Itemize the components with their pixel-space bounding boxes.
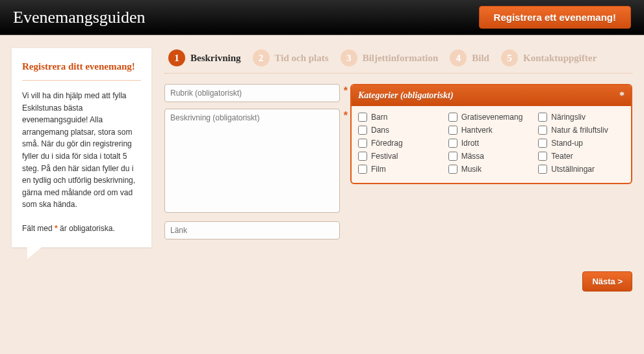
category-label: Festival [371,152,398,161]
wizard-step-2[interactable]: 2Tid och plats [249,48,333,68]
step-number: 4 [450,49,467,66]
note-prefix: Fält med [22,224,55,233]
categories-body: BarnDansFöredragFestivalFilmGratisevenem… [352,106,631,183]
category-checkbox[interactable] [358,152,367,161]
step-label: Beskrivning [190,53,241,64]
category-checkbox[interactable] [538,165,547,174]
category-label: Föredrag [371,139,403,148]
next-button[interactable]: Nästa > [582,271,632,292]
category-label: Natur & friluftsliv [551,126,608,135]
category-checkbox[interactable] [448,126,457,135]
category-item[interactable]: Dans [358,126,444,135]
category-item[interactable]: Barn [358,113,444,122]
category-checkbox[interactable] [358,165,367,174]
required-star-icon: * [619,90,625,102]
category-item[interactable]: Idrott [448,139,535,148]
category-item[interactable]: Natur & friluftsliv [538,126,625,135]
step-number: 2 [253,49,270,66]
category-checkbox[interactable] [448,152,457,161]
category-label: Dans [371,126,389,135]
step-number: 1 [168,49,185,66]
category-checkbox[interactable] [448,139,457,148]
header: Evenemangsguiden Registrera ett eveneman… [0,0,644,35]
category-label: Mässa [461,152,484,161]
category-item[interactable]: Näringsliv [538,113,625,122]
category-label: Gratisevenemang [461,113,523,122]
category-label: Stand-up [551,139,583,148]
category-checkbox[interactable] [358,126,367,135]
wizard-steps: 1Beskrivning2Tid och plats3Biljettinform… [164,48,632,74]
categories-panel: Kategorier (obligatoriskt) * BarnDansFör… [350,84,632,184]
wizard-step-3[interactable]: 3Biljettinformation [337,48,443,68]
step-number: 5 [501,49,518,66]
sidebar-title: Registrera ditt evenemang! [22,60,141,81]
category-item[interactable]: Föredrag [358,139,444,148]
category-label: Hantverk [461,126,493,135]
category-checkbox[interactable] [538,139,547,148]
sidebar-body-text: Vi vill ha din hjälp med att fylla Eskil… [22,90,141,211]
category-checkbox[interactable] [358,139,367,148]
category-item[interactable]: Mässa [448,152,535,161]
category-checkbox[interactable] [538,152,547,161]
wizard-step-5[interactable]: 5Kontaktuppgifter [497,48,600,68]
category-item[interactable]: Stand-up [538,139,625,148]
category-label: Utställningar [551,165,595,174]
category-column: NäringslivNatur & friluftslivStand-upTea… [538,113,625,174]
category-item[interactable]: Musik [448,165,535,174]
title-input[interactable] [164,84,340,102]
category-column: GratisevenemangHantverkIdrottMässaMusik [448,113,535,174]
note-suffix: är obligatoriska. [58,224,115,233]
category-label: Film [371,165,386,174]
required-star-icon: * [344,110,348,122]
category-checkbox[interactable] [538,113,547,122]
category-item[interactable]: Gratisevenemang [448,113,535,122]
categories-header: Kategorier (obligatoriskt) * [352,85,631,106]
category-checkbox[interactable] [358,113,367,122]
category-label: Barn [371,113,387,122]
category-checkbox[interactable] [538,126,547,135]
sidebar-required-note: Fält med * är obligatoriska. [22,224,141,233]
category-label: Musik [461,165,482,174]
step-label: Biljettinformation [363,53,439,64]
category-item[interactable]: Film [358,165,444,174]
category-label: Teater [551,152,573,161]
step-label: Bild [472,53,489,64]
wizard-step-4[interactable]: 4Bild [446,48,493,68]
step-label: Kontaktuppgifter [523,53,597,64]
required-star-icon: * [344,85,348,97]
category-item[interactable]: Teater [538,152,625,161]
register-event-button[interactable]: Registrera ett evenemang! [479,6,631,29]
category-item[interactable]: Festival [358,152,444,161]
category-column: BarnDansFöredragFestivalFilm [358,113,444,174]
category-label: Näringsliv [551,113,586,122]
main-form-area: 1Beskrivning2Tid och plats3Biljettinform… [164,48,632,292]
categories-header-label: Kategorier (obligatoriskt) [358,90,454,101]
sidebar-info-box: Registrera ditt evenemang! Vi vill ha di… [12,48,151,247]
wizard-step-1[interactable]: 1Beskrivning [164,48,245,68]
step-label: Tid och plats [275,53,329,64]
category-item[interactable]: Utställningar [538,165,625,174]
site-title: Evenemangsguiden [13,8,146,27]
step-number: 3 [341,49,357,66]
category-label: Idrott [461,139,479,148]
link-input[interactable] [164,221,340,239]
category-checkbox[interactable] [448,113,457,122]
category-checkbox[interactable] [448,165,457,174]
description-textarea[interactable] [164,109,340,213]
category-item[interactable]: Hantverk [448,126,535,135]
